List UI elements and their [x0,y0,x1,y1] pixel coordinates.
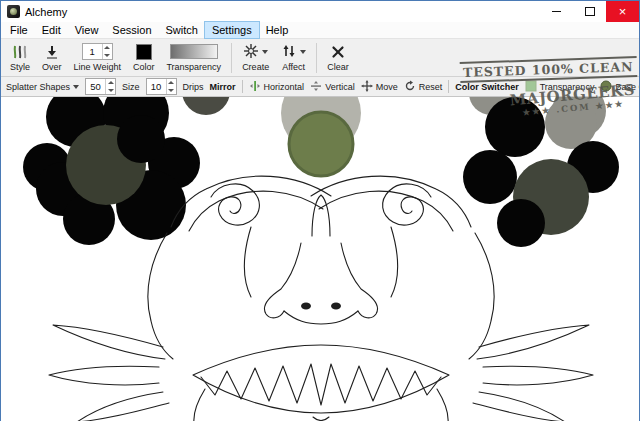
menu-switch[interactable]: Switch [159,22,205,38]
window-controls: × [540,1,639,22]
move-label: Move [376,82,398,92]
toolbar-separator [316,43,317,73]
mirror-horizontal-icon [249,80,261,94]
under-mouth-left [194,389,205,421]
create-icon [243,43,259,61]
cheek-right [391,227,398,297]
canvas-artwork [1,97,639,421]
drips-value: 10 [147,79,166,94]
alchemy-window: Alchemy × File Edit View Session Switch … [0,0,640,421]
window-title: Alchemy [25,6,67,18]
menu-edit[interactable]: Edit [35,22,68,38]
mane-spike [53,325,165,359]
mirror-vertical-toggle[interactable]: Vertical [310,80,355,94]
subtoolbar-separator [448,80,449,93]
mirror-horizontal-toggle[interactable]: Horizontal [249,80,305,94]
color-button[interactable]: Color [127,39,161,77]
affect-label: Affect [282,62,305,72]
transparency-slider[interactable] [170,44,218,59]
splatter-blobs [23,97,619,247]
close-button[interactable]: × [606,1,639,22]
splatter-shapes-dropdown-icon [73,85,79,89]
splatter-shapes-dropdown[interactable]: Splatter Shapes [6,82,79,92]
mane-spike [483,366,593,385]
splatter-blob [463,150,517,204]
nose-right [341,243,378,318]
brow-right-bottom [319,191,453,231]
line-weight-spinner[interactable]: 1 [82,43,113,60]
create-button[interactable]: Create [236,39,275,77]
splatter-blob [182,97,230,115]
nose-base [284,311,358,324]
brow-left-bottom [189,191,323,231]
maximize-button[interactable] [573,1,606,22]
color-switcher-module-title: Color Switcher [455,82,519,92]
chin-mark [313,417,329,421]
spinner-up-icon[interactable] [103,44,112,52]
move-button[interactable]: Move [361,80,398,94]
face-side-right [469,233,494,359]
spinner-up-icon[interactable] [167,79,176,87]
transparency-control[interactable]: Transparency [160,39,227,77]
under-mouth-right [437,389,448,421]
mirror-module-title: Mirror [210,82,236,92]
toolbar-separator [231,43,232,73]
spinner-down-icon[interactable] [106,87,115,95]
affect-icon [281,43,297,61]
mane-spike [477,325,589,359]
color-label: Color [133,62,155,72]
menu-session[interactable]: Session [105,22,158,38]
affect-dropdown-icon[interactable] [300,50,306,54]
nostril-left [301,303,311,310]
drips-label: Drips [183,82,204,92]
eye-spiral-left [211,184,259,225]
reset-icon [404,80,416,94]
mane-spike [49,366,159,385]
over-button[interactable]: Over [36,39,68,77]
nostril-right [331,303,341,310]
teeth-zigzag [201,364,441,405]
mirror-vertical-icon [310,80,322,94]
green-splatter-circle [289,112,353,176]
over-icon [44,43,60,60]
spinner-up-icon[interactable] [106,79,115,87]
title-bar[interactable]: Alchemy × [1,1,639,22]
line-weight-value: 1 [83,44,102,59]
size-value: 50 [86,79,105,94]
reset-label: Reset [419,82,443,92]
reset-button[interactable]: Reset [404,80,443,94]
mane-spike [77,392,169,421]
menu-bar: File Edit View Session Switch Settings H… [1,22,639,38]
color-swatch[interactable] [136,44,152,60]
move-icon [361,80,373,94]
cheek-left [244,227,251,297]
minimize-button[interactable] [540,1,573,22]
splatter-blob [497,199,545,247]
affect-button[interactable]: Affect [275,39,312,77]
menu-settings[interactable]: Settings [205,22,259,38]
spinner-down-icon[interactable] [103,52,112,60]
over-label: Over [42,62,62,72]
line-weight-arrows [102,44,112,59]
menu-file[interactable]: File [3,22,35,38]
horizontal-label: Horizontal [264,82,305,92]
create-dropdown-icon[interactable] [262,50,268,54]
drips-spinner[interactable]: 10 [146,78,177,95]
line-weight-control: 1 Line Weight [68,39,127,77]
eye-spiral-right [383,184,431,225]
size-spinner[interactable]: 50 [85,78,116,95]
subtoolbar-separator [242,80,243,93]
menu-help[interactable]: Help [259,22,296,38]
clear-icon [330,43,346,60]
spinner-down-icon[interactable] [167,87,176,95]
style-icon [11,43,29,60]
drawing-canvas[interactable] [1,97,639,421]
style-button[interactable]: Style [4,39,36,77]
face-side-left [148,233,173,359]
vertical-label: Vertical [325,82,355,92]
clear-button[interactable]: Clear [321,39,355,77]
transparency-label: Transparency [166,62,221,72]
menu-view[interactable]: View [68,22,106,38]
brow-left-top [171,176,331,227]
splatter-blob [117,115,165,163]
